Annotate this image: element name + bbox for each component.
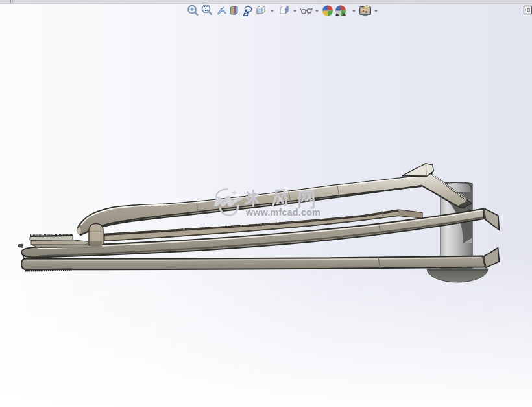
- svg-text:www.mfcad.com: www.mfcad.com: [245, 207, 320, 217]
